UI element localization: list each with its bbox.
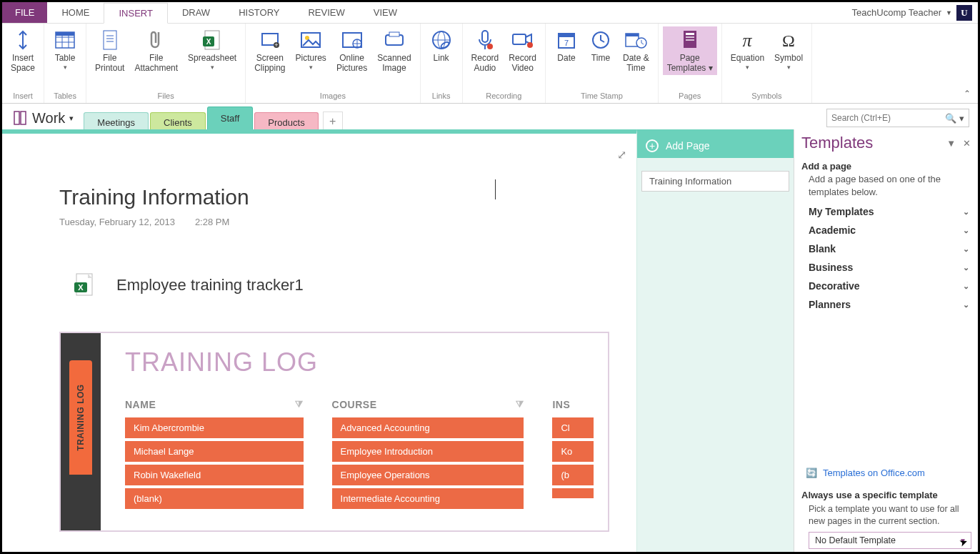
time-button[interactable]: Time — [584, 26, 617, 75]
file-tab[interactable]: FILE — [2, 2, 47, 23]
add-page-label: Add Page — [666, 140, 710, 152]
table-icon — [53, 28, 77, 52]
pane-options-icon[interactable]: ▼ — [946, 138, 956, 149]
file-attachment-button[interactable]: File Attachment — [130, 26, 182, 75]
ribbon-button-label: Link — [434, 54, 449, 64]
column-header[interactable]: NAME⧩ — [125, 399, 304, 410]
chevron-down-icon: ▾ — [309, 64, 313, 71]
excel-file-icon[interactable]: X — [74, 273, 95, 297]
template-category[interactable]: Planners⌄ — [801, 295, 971, 314]
table-button[interactable]: Table ▾ — [49, 26, 81, 72]
ribbon-group: πEquation ▾ΩSymbol ▾Symbols — [722, 24, 812, 103]
default-template-select[interactable]: No Default Template ▼ — [809, 532, 971, 549]
file-printout-icon — [98, 28, 122, 52]
record-video-icon — [511, 28, 535, 52]
table-cell[interactable]: Kim Abercrombie — [125, 417, 304, 438]
account-menu[interactable]: TeachUcomp Teacher ▼ U — [846, 2, 978, 23]
page-date[interactable]: Tuesday, February 12, 2013 — [59, 217, 175, 227]
page-title[interactable]: Training Information — [59, 185, 636, 209]
refresh-icon: 🔄 — [806, 468, 817, 478]
template-category[interactable]: Academic⌄ — [801, 221, 971, 239]
template-category[interactable]: My Templates⌄ — [801, 202, 971, 221]
column-header[interactable]: COURSE⧩ — [332, 399, 524, 410]
table-cell[interactable]: Robin Wakefield — [125, 465, 304, 485]
record-audio-button[interactable]: Record Audio — [467, 26, 504, 75]
fullscreen-icon[interactable]: ⤢ — [617, 148, 626, 162]
record-video-button[interactable]: Record Video — [504, 26, 541, 75]
category-label: My Templates — [809, 206, 874, 217]
table-cell[interactable]: Cl — [552, 417, 594, 438]
table-cell[interactable]: (b — [552, 465, 594, 485]
collapse-ribbon-icon[interactable]: ⌃ — [964, 89, 971, 99]
search-icon[interactable]: 🔍 ▾ — [945, 113, 964, 124]
screen-clipping-button[interactable]: +Screen Clipping — [250, 26, 289, 75]
table-cell[interactable]: Michael Lange — [125, 441, 304, 462]
filter-icon[interactable]: ⧩ — [516, 399, 524, 410]
ribbon-group: Page Templates ▾Pages — [659, 24, 722, 103]
template-category[interactable]: Business⌄ — [801, 258, 971, 277]
specific-template-desc: Pick a template you want to use for all … — [809, 503, 971, 528]
close-icon[interactable]: ✕ — [963, 138, 971, 149]
notebook-picker[interactable]: Work ▾ — [2, 110, 84, 127]
ribbon-button-label: File Attachment — [134, 54, 178, 74]
svg-point-25 — [440, 41, 449, 49]
sheet-tab[interactable]: TRAINING LOG — [69, 360, 92, 475]
workspace: ⤢ Training Information Tuesday, February… — [2, 129, 978, 552]
column-header[interactable]: INS — [552, 399, 594, 410]
sheet-column: NAME⧩Kim AbercrombieMichael LangeRobin W… — [125, 399, 304, 512]
link-button[interactable]: Link — [425, 26, 458, 65]
filter-icon[interactable]: ⧩ — [295, 399, 304, 410]
table-cell[interactable]: Ko — [552, 441, 594, 462]
table-cell[interactable]: (blank) — [125, 488, 304, 509]
add-page-heading: Add a page — [801, 161, 971, 172]
tab-draw[interactable]: DRAW — [168, 2, 224, 23]
page-list-item[interactable]: Training Information — [641, 171, 789, 192]
equation-button[interactable]: πEquation ▾ — [726, 26, 769, 72]
add-page-button[interactable]: + Add Page — [637, 134, 794, 158]
tab-review[interactable]: REVIEW — [294, 2, 359, 23]
ribbon-button-label: File Printout — [95, 54, 124, 74]
table-cell[interactable]: Employee Introduction — [332, 441, 524, 462]
ribbon-button-label: Record Video — [509, 54, 536, 74]
ribbon-group-label: Links — [432, 91, 451, 102]
insert-space-button[interactable]: Insert Space — [6, 26, 39, 75]
insert-space-icon — [11, 28, 35, 52]
category-label: Academic — [809, 224, 856, 236]
chevron-down-icon: ▾ — [64, 64, 67, 71]
scanned-image-button[interactable]: Scanned Image — [373, 26, 415, 75]
page-time[interactable]: 2:28 PM — [195, 217, 229, 227]
date-button[interactable]: 7Date — [550, 26, 583, 75]
tab-insert[interactable]: INSERT — [104, 3, 167, 24]
office-templates-link[interactable]: 🔄 Templates on Office.com — [806, 468, 971, 478]
search-box[interactable]: 🔍 ▾ — [826, 109, 969, 127]
svg-rect-26 — [482, 31, 488, 42]
add-section-button[interactable]: + — [323, 112, 343, 130]
specific-template-heading: Always use a specific template — [801, 490, 971, 500]
tab-home[interactable]: HOME — [47, 2, 104, 23]
tab-view[interactable]: VIEW — [359, 2, 411, 23]
online-pictures-button[interactable]: Online Pictures — [332, 26, 371, 75]
svg-rect-31 — [559, 34, 574, 37]
ribbon-group-label: Tables — [54, 91, 76, 102]
date-time-button[interactable]: Date & Time — [619, 26, 654, 75]
ribbon-button-label: Symbol — [774, 54, 803, 64]
table-cell[interactable]: Intermediate Accounting — [332, 488, 524, 509]
page-templates-button[interactable]: Page Templates ▾ — [663, 26, 717, 75]
spreadsheet-button[interactable]: XSpreadsheet ▾ — [184, 26, 241, 75]
ribbon-group-label: Recording — [486, 91, 521, 102]
page-canvas[interactable]: ⤢ Training Information Tuesday, February… — [2, 129, 636, 552]
table-cell[interactable] — [552, 488, 594, 498]
tab-history[interactable]: HISTORY — [224, 2, 294, 23]
table-cell[interactable]: Advanced Accounting — [332, 417, 524, 438]
search-input[interactable] — [831, 113, 964, 123]
attachment-name[interactable]: Employee training tracker1 — [116, 276, 304, 295]
template-category[interactable]: Blank⌄ — [801, 239, 971, 258]
symbol-button[interactable]: ΩSymbol ▾ — [770, 26, 807, 72]
template-category[interactable]: Decorative⌄ — [801, 277, 971, 295]
file-printout-button[interactable]: File Printout — [91, 26, 129, 75]
pictures-button[interactable]: Pictures ▾ — [291, 26, 331, 75]
ribbon-button-label: Pictures — [296, 54, 326, 64]
section-tab-staff[interactable]: Staff — [207, 107, 254, 129]
table-cell[interactable]: Employee Operations — [332, 465, 524, 485]
embedded-spreadsheet[interactable]: TRAINING LOG TRAINING LOG NAME⧩Kim Aberc… — [59, 332, 609, 532]
